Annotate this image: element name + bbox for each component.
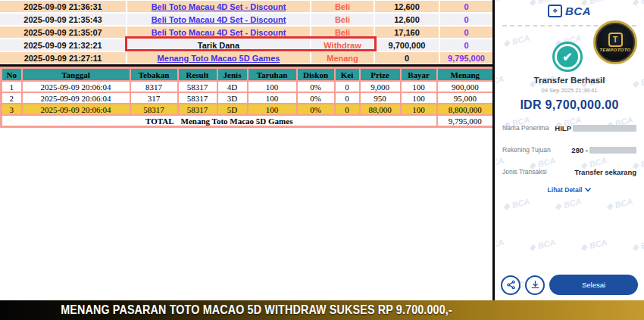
txn-description-link[interactable]: Menang Toto Macao 5D Games [127,52,310,64]
bet-table-wrap: NoTanggalTebakanResultJenisTaruhanDiskon… [0,67,492,128]
bet-cell: 8,800,000 [437,104,494,115]
bca-watermark: ❖ BCA [502,33,531,49]
txn-datetime: 2025-09-09 21:35:07 [0,26,126,38]
bet-cell: 2025-09-09 20:06:04 [22,92,130,104]
txn-type: Beli [311,1,374,12]
txn-credit: 0 [440,14,492,25]
receipt-actions: Selesai [495,275,644,295]
bet-cell: 58317 [178,81,217,92]
bca-watermark: ❖ BCA [527,237,557,253]
txn-datetime: 2025-09-09 21:27:11 [0,52,126,64]
txn-description-link[interactable]: Beli Toto Macau 4D Set - Discount [127,14,310,25]
download-icon [530,280,540,290]
redaction-bar [589,147,636,154]
txn-credit: 0 [440,1,492,12]
txn-debit: 9,700,000 [375,39,439,51]
bet-cell: 1 [2,81,22,92]
bet-header-result: Result [178,68,217,82]
bet-header-tanggal: Tanggal [22,68,130,82]
bet-cell: 88,000 [360,104,401,115]
lihat-detail-link[interactable]: Lihat Detail [495,186,644,194]
txn-description-link[interactable]: Beli Toto Macau 4D Set - Discount [127,26,310,38]
bet-header-no: No [2,68,22,82]
bca-watermark: ❖ BCA [605,196,634,213]
success-check-icon: ✔ [552,42,583,72]
field-label: Rekening Tujuan [502,146,551,154]
txn-credit: 0 [440,39,492,51]
chevron-down-icon [585,188,591,192]
bca-logo-icon: ❖ [548,5,562,17]
field-label: Jenis Transaksi [502,168,547,176]
screen: 2025-09-09 21:36:31Beli Toto Macau 4D Se… [0,0,644,320]
receipt-fields: Nama Penerima HILP Rekening Tujuan 280 -… [495,123,644,189]
bet-cell: 5D [217,104,248,115]
bet-row: 12025-09-09 20:06:048317583174D1000%09,0… [2,81,494,92]
bet-cell: 2025-09-09 20:06:04 [22,104,130,115]
bet-cell: 950 [360,92,401,104]
transfer-amount: IDR 9,700,000.00 [495,98,644,112]
promo-banner-text: MENANG PASARAN TOTO MACAO 5D WITHDRAW SU… [61,303,453,318]
txn-datetime: 2025-09-09 21:32:21 [0,39,126,51]
bet-row: 22025-09-09 20:06:04317583173D1000%09501… [2,92,494,104]
bca-watermark: ❖ BCA [502,196,531,213]
field-value: 280 - [571,146,588,154]
transfer-timestamp: 09 Sep 2025 21:39:41 [495,87,644,94]
txn-credit: 9,795,000 [440,52,492,64]
tempototo-badge: T TEMPOTOTO [593,20,637,64]
bet-cell: 100 [248,81,297,92]
bca-receipt-panel: ❖ BCA❖ BCA❖ BCA❖ BCA❖ BCA❖ BCA❖ BCA❖ BCA… [492,0,644,300]
field-jenis-transaksi: Jenis Transaksi Transfer sekarang [495,167,644,176]
txn-debit: 12,600 [375,14,439,25]
bet-cell: 8317 [130,81,178,92]
bet-cell: 0 [335,104,360,115]
bet-cell: 317 [130,92,178,104]
bet-total-label: TOTALMenang Toto Macao 5D Games [2,115,437,127]
field-value: Transfer sekarang [574,168,636,176]
bet-cell: 2025-09-09 20:06:04 [22,81,130,92]
txn-debit: 0 [375,52,439,64]
bet-cell: 100 [248,104,297,115]
txn-description-link[interactable]: Beli Toto Macau 4D Set - Discount [127,1,310,12]
txn-debit: 17,160 [375,26,439,38]
bca-watermark: ❖ BCA [553,196,583,213]
bca-logo-text: BCA [565,5,591,17]
bet-header-jenis: Jenis [217,68,248,82]
bet-cell: 58317 [178,104,217,115]
tempototo-coin-icon: T [608,33,623,47]
transaction-row: 2025-09-09 21:35:43Beli Toto Macau 4D Se… [0,14,492,25]
bet-row: 32025-09-09 20:06:0458317583175D1000%088… [2,104,494,115]
bet-cell: 0 [335,81,360,92]
bet-cell: 100 [401,92,437,104]
bet-cell: 3D [217,92,248,104]
bca-watermark: ❖ BCA [579,237,608,253]
bet-cell: 0% [297,81,335,92]
bet-cell: 95,000 [437,92,494,104]
bet-header-taruhan: Taruhan [248,68,297,82]
bet-header-diskon: Diskon [297,68,335,82]
selesai-button[interactable]: Selesai [549,275,638,295]
txn-description: Tarik Dana [127,39,310,51]
bet-total-row: TOTALMenang Toto Macao 5D Games 9,795,00… [2,115,494,127]
txn-type: Beli [311,26,374,38]
txn-type: Withdraw [311,39,374,51]
txn-datetime: 2025-09-09 21:36:31 [0,1,126,12]
txn-datetime: 2025-09-09 21:35:43 [0,14,126,25]
txn-type: Menang [311,52,374,64]
download-button[interactable] [525,275,545,295]
bet-header-kei: Kei [335,68,360,82]
bet-cell: 9,000 [360,81,401,92]
bet-total-value: 9,795,000 [437,115,494,127]
bet-cell: 58317 [178,92,217,104]
bet-cell: 100 [401,81,437,92]
bet-cell: 58317 [130,104,178,115]
bet-cell: 0 [335,92,360,104]
transaction-row: 2025-09-09 21:35:07Beli Toto Macau 4D Se… [0,26,492,38]
share-icon [506,280,516,290]
share-button[interactable] [501,275,521,295]
bca-watermark: ❖ BCA [492,237,505,253]
transfer-status-title: Transfer Berhasil [495,76,644,85]
bca-watermark: ❖ BCA [630,237,644,253]
bet-header-prize: Prize [360,68,401,82]
transaction-row: 2025-09-09 21:32:21Tarik DanaWithdraw9,7… [0,39,492,51]
field-nama-penerima: Nama Penerima HILP [495,123,644,132]
